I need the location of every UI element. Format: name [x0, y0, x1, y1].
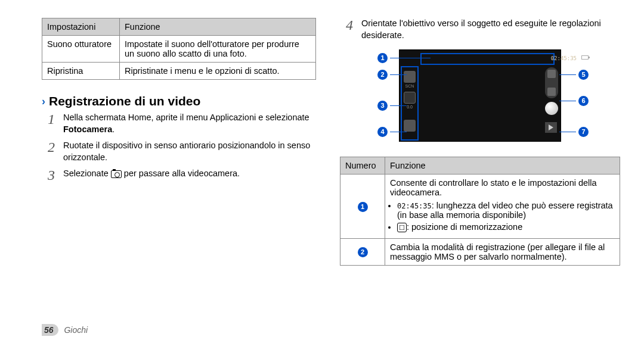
table-row: 2 Cambia la modalità di registrazione (p… — [340, 239, 620, 266]
playback-icon — [545, 122, 557, 133]
step-item: 3 Selezionate per passare alla videocame… — [45, 168, 316, 185]
mode-switch-icon — [545, 67, 558, 98]
step-item: 2 Ruotate il dispositivo in senso antior… — [45, 140, 316, 163]
cell-num: 1 — [340, 174, 385, 239]
camera-diagram: 02:45:35 SCN 0.0 1 2 3 4 5 6 7 — [367, 49, 593, 145]
section-title: Registrazione di un video — [49, 94, 200, 108]
cell-num: 2 — [340, 239, 385, 266]
callout-5: 5 — [559, 70, 589, 80]
step-text: Nella schermata Home, aprite il menu App… — [63, 112, 316, 135]
table-row: Ripristina Ripristinate i menu e le opzi… — [42, 63, 316, 80]
callout-4: 4 — [377, 127, 407, 137]
timecode-label: 02:45:35 — [551, 55, 577, 61]
section-header: › Registrazione di un video — [42, 94, 316, 108]
callout-3: 3 — [377, 101, 407, 111]
step-item: 1 Nella schermata Home, aprite il menu A… — [45, 112, 316, 135]
cell-func: Consente di controllare lo stato e le im… — [385, 174, 620, 239]
shutter-button-icon — [545, 102, 558, 115]
storage-icon: ☐ — [397, 223, 407, 232]
cell-setting: Suono otturatore — [42, 36, 120, 63]
timecode-inline: 02:45:35 — [397, 202, 432, 210]
status-bar-highlight — [420, 53, 555, 65]
step-number: 2 — [45, 138, 57, 163]
bullet-item: ☐: posizione di memorizzazione — [397, 222, 615, 232]
steps-list-right: 4 Orientate l'obiettivo verso il soggett… — [343, 18, 620, 41]
callout-table: Numero Funzione 1 Consente di controllar… — [340, 157, 620, 266]
callout-2: 2 — [377, 70, 407, 80]
step-text: Selezionate per passare alla videocamera… — [63, 168, 240, 185]
cell-func: Cambia la modalità di registrazione (per… — [385, 239, 620, 266]
th-func: Funzione — [120, 18, 316, 36]
table-row: 1 Consente di controllare lo stato e le … — [340, 174, 620, 239]
step-item: 4 Orientate l'obiettivo verso il soggett… — [343, 18, 620, 41]
cell-setting: Ripristina — [42, 63, 120, 80]
bullet-item: 02:45:35: lunghezza del video che può es… — [397, 201, 615, 220]
page-number: 56 — [42, 324, 58, 336]
camera-icon — [111, 170, 122, 178]
settings-table: Impostazioni Funzione Suono otturatore I… — [42, 18, 316, 80]
right-controls — [545, 67, 559, 133]
table-row: Suono otturatore Impostate il suono dell… — [42, 36, 316, 63]
step-text: Ruotate il dispositivo in senso antiorar… — [63, 140, 316, 163]
th-func: Funzione — [385, 157, 620, 174]
callout-1: 1 — [377, 53, 431, 63]
step-number: 3 — [45, 166, 57, 185]
step-number: 1 — [45, 110, 57, 135]
th-num: Numero — [340, 157, 385, 174]
scn-label: SCN — [402, 84, 417, 88]
footer-section: Giochi — [64, 325, 88, 335]
step-number: 4 — [343, 15, 355, 41]
chevron-right-icon: › — [42, 95, 45, 108]
cell-func: Impostate il suono dell'otturatore per p… — [120, 36, 316, 63]
callout-7: 7 — [559, 127, 589, 137]
cell-func: Ripristinate i menu e le opzioni di scat… — [120, 63, 316, 80]
battery-icon — [581, 55, 589, 60]
th-setting: Impostazioni — [42, 18, 120, 36]
steps-list: 1 Nella schermata Home, aprite il menu A… — [45, 112, 316, 185]
step-text: Orientate l'obiettivo verso il soggetto … — [361, 18, 620, 41]
callout-6: 6 — [559, 96, 589, 106]
page-footer: 56 Giochi — [42, 324, 88, 336]
